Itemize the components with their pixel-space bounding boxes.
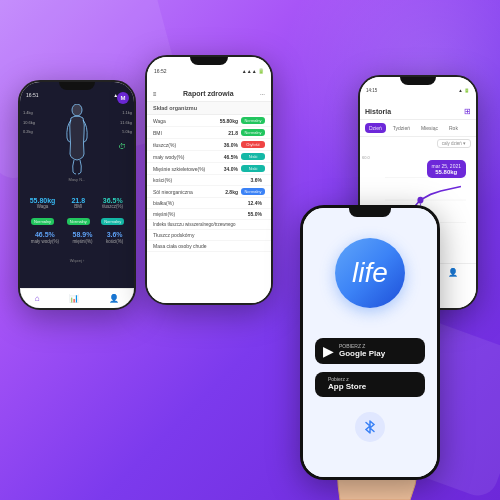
tab-day[interactable]: Dzień: [365, 123, 386, 133]
report-row-9: Indeks tłuszczu wisszeralnego/trzewnego: [147, 220, 271, 230]
report-row-1: BMI 21.8 Normalny: [147, 127, 271, 139]
tab-week[interactable]: Tydzień: [389, 123, 414, 133]
report-badge-1: Normalny: [241, 129, 265, 136]
stat-bmi: 21.8 BMI Normalny: [67, 197, 90, 228]
report-row-4: Mięśnie szkieletowe(%) 34.0% Niski: [147, 163, 271, 175]
time-left: 16:51: [26, 92, 39, 98]
store-buttons: ▶ POBIERZ Z Google Play Pobierz z App St…: [315, 338, 425, 397]
report-label-10: Tłuszcz podskórny: [153, 232, 265, 238]
report-label-4: Mięśnie szkieletowe(%): [153, 166, 224, 172]
stats-row-1: 55.80kg Waga Normalny 21.8 BMI Normalny …: [24, 197, 130, 228]
filter-label[interactable]: cały dzień ▾: [437, 139, 471, 148]
report-row-0: Waga 55.80kg Normalny: [147, 115, 271, 127]
wiecej-label: Więcej ›: [24, 248, 130, 266]
stat-bmi-badge: Normalny: [67, 218, 90, 225]
report-label-5: kości(%): [153, 177, 251, 183]
nav-chart-icon[interactable]: 📊: [69, 294, 79, 303]
report-label-11: Masa ciała osoby chude: [153, 243, 265, 249]
history-filter: cały dzień ▾: [360, 137, 476, 150]
user-avatar: M: [117, 92, 129, 104]
chart-y-high: 60.0: [362, 155, 370, 160]
report-row-8: mięśni(%) 55.0%: [147, 209, 271, 220]
report-rows: Waga 55.80kg Normalny BMI 21.8 Normalny …: [147, 115, 271, 252]
stat-miesni-val: 58.9%: [72, 231, 92, 239]
nav-person-icon[interactable]: 👤: [109, 294, 119, 303]
report-row-5: kości(%) 3.6%: [147, 175, 271, 186]
stat-waga: 55.80kg Waga Normalny: [30, 197, 56, 228]
svg-point-0: [72, 104, 82, 116]
nav-bar-left: ⌂ 📊 👤: [20, 288, 134, 308]
report-row-11: Masa ciała osoby chude: [147, 241, 271, 252]
report-badge-0: Normalny: [241, 117, 265, 124]
report-badge-3: Niski: [241, 153, 265, 160]
app-logo-text: life: [352, 257, 388, 289]
google-play-name: Google Play: [339, 349, 385, 359]
bluetooth-icon: [362, 419, 378, 435]
report-badge-2: Otyłość: [241, 141, 265, 148]
stat-wody-val: 46.5%: [31, 231, 59, 239]
app-store-button[interactable]: Pobierz z App Store: [315, 372, 425, 397]
signal-right: ▲ 🔋: [458, 88, 470, 93]
phone-front-screen: life ▶ POBIERZ Z Google Play Pobierz z: [303, 208, 437, 477]
report-val-4: 34.0%: [224, 166, 238, 172]
report-val-5: 3.6%: [251, 177, 262, 183]
app-store-name: App Store: [328, 382, 366, 392]
measure-labels-right: 1.1kg 11.6kg 5.0kg: [120, 110, 132, 135]
stats-grid: 55.80kg Waga Normalny 21.8 BMI Normalny …: [20, 195, 134, 268]
phone-left: 16:51 ▲▲▲ M: [18, 80, 136, 310]
app-logo: life: [335, 238, 405, 308]
stat-kosci-val: 3.6%: [106, 231, 123, 239]
nav-home-icon[interactable]: ⌂: [35, 294, 40, 303]
google-play-icon: ▶: [323, 343, 334, 359]
report-title: Raport zdrowia: [183, 90, 234, 97]
report-val-3: 46.5%: [224, 154, 238, 160]
masy-label: Masy N...: [69, 177, 86, 182]
report-row-7: białka(%) 12.4%: [147, 198, 271, 209]
body-silhouette: [63, 104, 91, 180]
stat-waga-val: 55.80kg: [30, 197, 56, 205]
user-initial: M: [121, 95, 126, 101]
history-tabs: Dzień Tydzień Miesiąc Rok: [360, 120, 476, 137]
history-title: Historia: [365, 108, 391, 115]
phone-left-screen: 16:51 ▲▲▲ M: [20, 82, 134, 308]
phone-front: life ▶ POBIERZ Z Google Play Pobierz z: [300, 205, 440, 480]
time-middle: 16:52: [154, 68, 167, 74]
google-play-text: POBIERZ Z Google Play: [339, 344, 385, 359]
grid-icon: ⊞: [464, 107, 471, 116]
report-badge-6: Normalny: [241, 188, 265, 195]
google-play-button[interactable]: ▶ POBIERZ Z Google Play: [315, 338, 425, 364]
stat-waga-badge: Normalny: [31, 218, 54, 225]
report-label-2: tłuszcz(%): [153, 142, 224, 148]
stat-waga-label: Waga: [30, 204, 56, 209]
phone-left-notch: [59, 82, 95, 90]
report-label-1: BMI: [153, 130, 228, 136]
report-row-3: mały wody(%) 46.5% Niski: [147, 151, 271, 163]
time-right: 14:15: [366, 88, 377, 93]
tab-month[interactable]: Miesiąc: [417, 123, 442, 133]
stat-tluszcz-val: 36.5%: [101, 197, 124, 205]
tab-year[interactable]: Rok: [445, 123, 462, 133]
stat-miesni: 58.9% mięśni(%): [72, 231, 92, 244]
stat-bmi-label: BMI: [67, 204, 90, 209]
app-store-text: Pobierz z App Store: [328, 377, 366, 392]
stat-wody: 46.5% mały wody(%): [31, 231, 59, 244]
report-val-0: 55.80kg: [220, 118, 238, 124]
signal-middle: ▲▲▲ 🔋: [242, 68, 264, 74]
tooltip-value: 55.80kg: [432, 169, 461, 175]
chart-tooltip: mar 25, 2021 55.80kg: [427, 160, 466, 178]
stat-tluszcz: 36.5% tłuszcz(%) Normalny: [101, 197, 124, 228]
stats-row-2: 46.5% mały wody(%) 58.9% mięśni(%) 3.6% …: [24, 231, 130, 244]
report-header: ≡ Raport zdrowia ···: [147, 76, 271, 102]
phone-middle-screen: 16:52 ▲▲▲ 🔋 ≡ Raport zdrowia ··· Skład o…: [147, 57, 271, 303]
report-val-2: 36.0%: [224, 142, 238, 148]
stat-tluszcz-badge: Normalny: [101, 218, 124, 225]
stat-bmi-val: 21.8: [67, 197, 90, 205]
stat-tluszcz-label: tłuszcz(%): [101, 204, 124, 209]
history-header: Historia ⊞: [360, 95, 476, 120]
report-val-8: 55.0%: [248, 211, 262, 217]
timer-icon: ⏱: [118, 142, 126, 151]
report-badge-4: Niski: [241, 165, 265, 172]
report-label-0: Waga: [153, 118, 220, 124]
report-row-2: tłuszcz(%) 36.0% Otyłość: [147, 139, 271, 151]
stat-wody-label: mały wody(%): [31, 239, 59, 244]
